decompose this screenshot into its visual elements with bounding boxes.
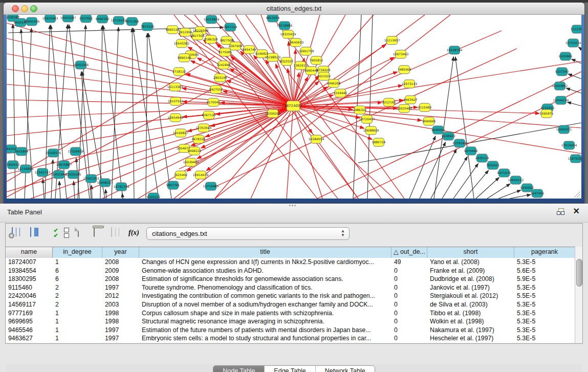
- cell-in_degree[interactable]: 2: [53, 283, 102, 292]
- cell-year[interactable]: 2009: [102, 267, 139, 275]
- cell-out_degree[interactable]: 0: [391, 317, 427, 326]
- cell-short[interactable]: Hescheler et al. (1997): [427, 334, 514, 343]
- cell-in_degree[interactable]: 1: [53, 326, 102, 335]
- cell-pagerank[interactable]: 5.3E-5: [514, 334, 575, 343]
- tab-node-table[interactable]: Node Table: [213, 366, 265, 372]
- window-titlebar[interactable]: citations_edges.txt: [4, 3, 584, 15]
- cell-short[interactable]: Stergiakouli et al. (2012): [427, 292, 514, 300]
- cell-out_degree[interactable]: 0: [391, 275, 427, 283]
- tab-edge-table[interactable]: Edge Table: [265, 366, 315, 372]
- table-row[interactable]: 946554611997Estimation of the future num…: [6, 326, 575, 335]
- table-row[interactable]: 977716911998Corpus callosum shape and si…: [6, 309, 575, 318]
- cell-title[interactable]: Corpus callosum shape and size in male p…: [139, 309, 391, 318]
- table-row[interactable]: 969969511998Structural magnetic resonanc…: [6, 317, 575, 326]
- cell-out_degree[interactable]: 0: [391, 326, 427, 335]
- show-columns-button[interactable]: [30, 228, 45, 242]
- cell-short[interactable]: Yano et al. (2008): [427, 258, 514, 267]
- cell-in_degree[interactable]: 6: [53, 267, 102, 275]
- column-header-name[interactable]: name: [6, 247, 53, 258]
- cell-short[interactable]: de Silva et al. (2003): [427, 300, 514, 309]
- cell-title[interactable]: Investigating the contribution of common…: [139, 292, 391, 300]
- float-panel-icon[interactable]: [557, 208, 564, 215]
- table-row[interactable]: 911546021997Tourette syndrome. Phenomeno…: [6, 283, 575, 292]
- table-row[interactable]: 1872400712008Changes of HCN gene express…: [6, 258, 575, 267]
- cell-name[interactable]: 14569117: [6, 300, 53, 309]
- cell-name[interactable]: 22420046: [6, 292, 53, 300]
- function-builder-button[interactable]: f(x): [128, 228, 143, 242]
- table-row[interactable]: 946362711997Embryonic stem cells: a mode…: [6, 334, 575, 343]
- cell-title[interactable]: Estimation of the future numbers of pati…: [139, 326, 391, 335]
- cell-pagerank[interactable]: 5.6E-5: [514, 267, 575, 275]
- cell-year[interactable]: 1998: [102, 317, 139, 326]
- select-columns-button[interactable]: ✔✔: [49, 228, 63, 242]
- column-header-out-degree[interactable]: △ out_de...: [391, 247, 427, 258]
- column-header-year[interactable]: year: [102, 247, 139, 258]
- vertical-scrollbar[interactable]: [575, 247, 582, 343]
- cell-out_degree[interactable]: 0: [391, 267, 427, 275]
- table-row[interactable]: 1830029562008Estimation of significance …: [6, 275, 575, 283]
- cell-short[interactable]: Dudbridge et al. (2008): [427, 275, 514, 283]
- cell-out_degree[interactable]: 0: [391, 283, 427, 292]
- network-canvas[interactable]: 9330287940557420691406169205831055328715…: [7, 15, 581, 199]
- table-body[interactable]: 1872400712008Changes of HCN gene express…: [6, 258, 575, 343]
- cell-year[interactable]: 1997: [102, 326, 139, 335]
- cell-in_degree[interactable]: 1: [53, 258, 102, 267]
- column-header-pagerank[interactable]: pagerank: [514, 247, 575, 258]
- cell-year[interactable]: 1997: [102, 283, 139, 292]
- cell-year[interactable]: 2008: [102, 258, 139, 267]
- cell-pagerank[interactable]: 5.3E-5: [514, 283, 575, 292]
- cell-in_degree[interactable]: 2: [53, 292, 102, 300]
- cell-out_degree[interactable]: 0: [391, 292, 427, 300]
- cell-short[interactable]: Wolkin et al. (1998): [427, 317, 514, 326]
- cell-year[interactable]: 1997: [102, 334, 139, 343]
- cell-pagerank[interactable]: 5.3E-5: [514, 317, 575, 326]
- resize-grip-icon[interactable]: [579, 196, 580, 198]
- cell-name[interactable]: 9699695: [6, 317, 53, 326]
- cell-name[interactable]: 19384554: [6, 267, 53, 275]
- cell-out_degree[interactable]: 0: [391, 334, 427, 343]
- column-header-in-degree[interactable]: in_degree: [53, 247, 102, 258]
- cell-name[interactable]: 9777169: [6, 309, 53, 318]
- create-column-button[interactable]: [78, 228, 92, 242]
- cell-short[interactable]: Nakamura et al. (1997): [427, 326, 514, 335]
- column-header-title[interactable]: title: [139, 247, 391, 258]
- cell-in_degree[interactable]: 6: [53, 275, 102, 283]
- table-row[interactable]: 2242004622012Investigating the contribut…: [6, 292, 575, 300]
- cell-in_degree[interactable]: 1: [53, 334, 102, 343]
- delete-column-button[interactable]: [94, 228, 108, 242]
- table-options-button[interactable]: [12, 228, 26, 242]
- cell-short[interactable]: Jankovic et al. (1997): [427, 283, 514, 292]
- cell-title[interactable]: Disruption of a novel member of a sodium…: [139, 300, 391, 309]
- cell-year[interactable]: 2012: [102, 292, 139, 300]
- cell-in_degree[interactable]: 1: [53, 309, 102, 318]
- cell-year[interactable]: 1998: [102, 309, 139, 318]
- cell-title[interactable]: Changes of HCN gene expression and I(f) …: [139, 258, 391, 267]
- scrollbar-thumb[interactable]: [576, 259, 582, 287]
- resize-grip-icon[interactable]: [574, 191, 580, 198]
- network-graph[interactable]: 9330287940557420691406169205831055328715…: [7, 15, 581, 199]
- cell-in_degree[interactable]: 2: [53, 300, 102, 309]
- table-row[interactable]: 1456911722003Disruption of a novel membe…: [6, 300, 575, 309]
- splitter-handle[interactable]: [289, 204, 295, 207]
- table-row[interactable]: 1938455462009Genome-wide association stu…: [6, 267, 575, 275]
- cell-name[interactable]: 9463627: [6, 334, 53, 343]
- table-selector-dropdown[interactable]: citations_edges.txt ▲▼: [146, 227, 350, 240]
- cell-title[interactable]: Tourette syndrome. Phenomenology and cla…: [139, 283, 391, 292]
- cell-pagerank[interactable]: 5.3E-5: [514, 300, 575, 309]
- cell-out_degree[interactable]: 0: [391, 309, 427, 318]
- cell-title[interactable]: Estimation of significance thresholds fo…: [139, 275, 391, 283]
- cell-title[interactable]: Genome-wide association studies in ADHD.: [139, 267, 391, 275]
- cell-title[interactable]: Structural magnetic resonance image aver…: [139, 317, 391, 326]
- cell-name[interactable]: 18300295: [6, 275, 53, 283]
- cell-pagerank[interactable]: 5.9E-5: [514, 275, 575, 283]
- cell-title[interactable]: Embryonic stem cells: a model to study s…: [139, 334, 391, 343]
- cell-year[interactable]: 2003: [102, 300, 139, 309]
- cell-out_degree[interactable]: 0: [391, 300, 427, 309]
- cell-out_degree[interactable]: 49: [391, 258, 427, 267]
- cell-name[interactable]: 9465546: [6, 326, 53, 335]
- column-header-short[interactable]: short: [427, 247, 514, 258]
- cell-short[interactable]: Tibbo et al. (1998): [427, 309, 514, 318]
- cell-pagerank[interactable]: 5.3E-5: [514, 258, 575, 267]
- cell-pagerank[interactable]: 5.3E-5: [514, 309, 575, 318]
- cell-in_degree[interactable]: 1: [53, 317, 102, 326]
